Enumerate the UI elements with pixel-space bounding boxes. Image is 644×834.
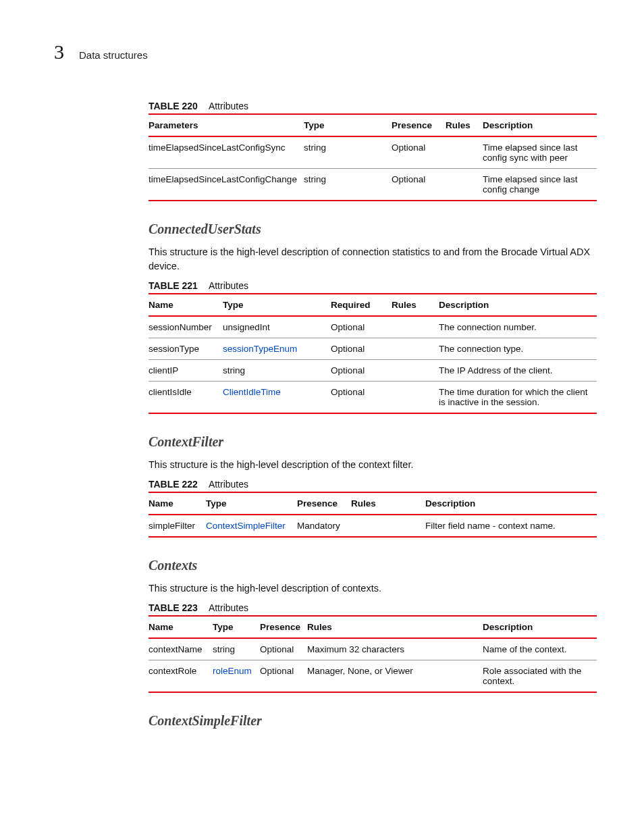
cell-required: Optional [331, 360, 392, 382]
col-type: Type [304, 114, 392, 136]
heading-context-filter: ContextFilter [149, 434, 597, 450]
cell-name: sessionNumber [149, 316, 223, 338]
cell-rules [392, 360, 439, 382]
type-link[interactable]: ClientIdleTime [223, 387, 281, 397]
heading-context-simple-filter: ContextSimpleFilter [149, 713, 597, 729]
page-header: 3 Data structures [54, 41, 597, 63]
cell-rules [392, 338, 439, 360]
cell-desc: Time elapsed since last config change [483, 169, 597, 201]
col-presence: Presence [260, 616, 307, 638]
table-row: contextName string Optional Maximum 32 c… [149, 638, 597, 660]
cell-presence: Optional [260, 638, 307, 660]
col-parameters: Parameters [149, 114, 304, 136]
col-type: Type [223, 294, 331, 316]
table-223-caption: TABLE 223Attributes [149, 602, 597, 613]
cell-type: string [304, 169, 392, 201]
section-description: This structure is the high-level descrip… [149, 581, 597, 596]
col-description: Description [439, 294, 597, 316]
table-row: sessionType sessionTypeEnum Optional The… [149, 338, 597, 360]
cell-rules: Manager, None, or Viewer [307, 660, 483, 693]
table-222-caption: TABLE 222Attributes [149, 479, 597, 490]
table-row: sessionNumber unsignedInt Optional The c… [149, 316, 597, 338]
table-title: Attributes [209, 479, 248, 490]
cell-required: Optional [331, 316, 392, 338]
cell-presence: Optional [392, 136, 446, 169]
cell-name: sessionType [149, 338, 223, 360]
col-required: Required [331, 294, 392, 316]
cell-desc: The connection number. [439, 316, 597, 338]
type-link[interactable]: roleEnum [213, 666, 252, 676]
table-220-caption: TABLE 220Attributes [149, 101, 597, 111]
cell-presence: Optional [392, 169, 446, 201]
cell-desc: Role associated with the context. [483, 660, 597, 693]
col-type: Type [206, 492, 297, 515]
cell-rules: Maximum 32 characters [307, 638, 483, 660]
cell-desc: The connection type. [439, 338, 597, 360]
table-221: Name Type Required Rules Description ses… [149, 293, 597, 414]
col-description: Description [425, 492, 597, 515]
cell-name: contextName [149, 638, 213, 660]
col-name: Name [149, 492, 206, 515]
col-rules: Rules [307, 616, 483, 638]
table-label: TABLE 221 [149, 280, 198, 291]
table-row: simpleFilter ContextSimpleFilter Mandato… [149, 515, 597, 537]
col-presence: Presence [392, 114, 446, 136]
table-title: Attributes [209, 101, 248, 111]
cell-desc: Filter field name - context name. [425, 515, 597, 537]
cell-name: clientIP [149, 360, 223, 382]
table-title: Attributes [209, 602, 248, 613]
table-title: Attributes [209, 280, 248, 291]
cell-rules [392, 382, 439, 414]
type-link[interactable]: ContextSimpleFilter [206, 521, 286, 531]
col-rules: Rules [351, 492, 425, 515]
cell-desc: Name of the context. [483, 638, 597, 660]
cell-type: unsignedInt [223, 316, 331, 338]
cell-name: contextRole [149, 660, 213, 693]
heading-connected-user-stats: ConnectedUserStats [149, 221, 597, 237]
table-223: Name Type Presence Rules Description con… [149, 615, 597, 693]
cell-desc: The IP Address of the client. [439, 360, 597, 382]
cell-name: simpleFilter [149, 515, 206, 537]
cell-type: string [304, 136, 392, 169]
cell-param: timeElapsedSinceLastConfigChange [149, 169, 304, 201]
cell-desc: Time elapsed since last config sync with… [483, 136, 597, 169]
col-name: Name [149, 294, 223, 316]
chapter-number: 3 [54, 41, 64, 63]
cell-param: timeElapsedSinceLastConfigSync [149, 136, 304, 169]
cell-type: string [213, 638, 260, 660]
cell-required: Optional [331, 338, 392, 360]
cell-required: Optional [331, 382, 392, 414]
heading-contexts: Contexts [149, 558, 597, 573]
col-description: Description [483, 114, 597, 136]
section-description: This structure is the high-level descrip… [149, 245, 597, 273]
cell-rules [446, 169, 483, 201]
table-222: Name Type Presence Rules Description sim… [149, 492, 597, 538]
table-row: timeElapsedSinceLastConfigSync string Op… [149, 136, 597, 169]
type-link[interactable]: sessionTypeEnum [223, 344, 297, 354]
cell-type: string [223, 360, 331, 382]
col-description: Description [483, 616, 597, 638]
col-rules: Rules [446, 114, 483, 136]
table-row: contextRole roleEnum Optional Manager, N… [149, 660, 597, 693]
cell-name: clientIsIdle [149, 382, 223, 414]
table-row: timeElapsedSinceLastConfigChange string … [149, 169, 597, 201]
cell-rules [446, 136, 483, 169]
col-rules: Rules [392, 294, 439, 316]
cell-presence: Mandatory [297, 515, 351, 537]
chapter-title: Data structures [79, 49, 148, 61]
table-row: clientIsIdle ClientIdleTime Optional The… [149, 382, 597, 414]
cell-presence: Optional [260, 660, 307, 693]
col-presence: Presence [297, 492, 351, 515]
table-label: TABLE 222 [149, 479, 198, 490]
table-221-caption: TABLE 221Attributes [149, 280, 597, 291]
col-type: Type [213, 616, 260, 638]
table-220: Parameters Type Presence Rules Descripti… [149, 113, 597, 201]
section-description: This structure is the high-level descrip… [149, 458, 597, 472]
cell-rules [351, 515, 425, 537]
col-name: Name [149, 616, 213, 638]
cell-desc: The time duration for which the client i… [439, 382, 597, 414]
table-label: TABLE 220 [149, 101, 198, 111]
table-label: TABLE 223 [149, 602, 198, 613]
table-row: clientIP string Optional The IP Address … [149, 360, 597, 382]
cell-rules [392, 316, 439, 338]
